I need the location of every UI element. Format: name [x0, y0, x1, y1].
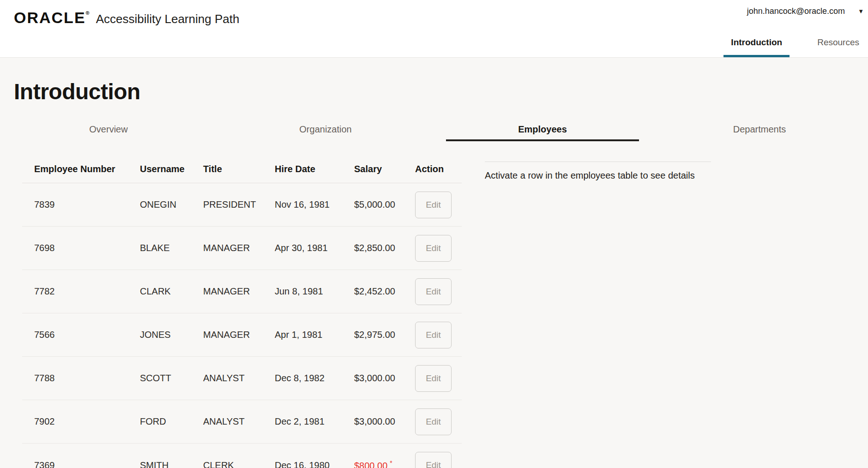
cell-action: Edit	[415, 235, 462, 262]
column-header-hire-date: Hire Date	[275, 164, 354, 174]
salary-alert-asterisk-icon: *	[390, 459, 392, 467]
tab-departments[interactable]: Departments	[663, 124, 856, 141]
user-email: john.hancock@oracle.com	[747, 6, 845, 16]
tab-overview[interactable]: Overview	[12, 124, 205, 141]
brand: ORACLE® Accessibility Learning Path	[14, 3, 239, 28]
cell-hire-date: Apr 1, 1981	[275, 330, 354, 340]
app-header: ORACLE® Accessibility Learning Path john…	[0, 0, 868, 58]
nav-item-resources[interactable]: Resources	[810, 32, 867, 57]
registered-trademark-icon: ®	[86, 10, 90, 16]
cell-employee-number: 7782	[22, 286, 140, 297]
cell-hire-date: Dec 8, 1982	[275, 373, 354, 384]
cell-employee-number: 7902	[22, 416, 140, 427]
tab-employees[interactable]: Employees	[446, 124, 639, 141]
cell-employee-number: 7839	[22, 199, 140, 210]
edit-button[interactable]: Edit	[415, 235, 452, 262]
cell-salary: $2,452.00	[354, 286, 415, 297]
cell-salary: $2,850.00	[354, 243, 415, 253]
cell-salary: $2,975.00	[354, 330, 415, 340]
cell-action: Edit	[415, 322, 462, 348]
cell-username: SMITH	[140, 460, 203, 468]
cell-hire-date: Nov 16, 1981	[275, 199, 354, 210]
edit-button[interactable]: Edit	[415, 408, 452, 435]
column-header-title: Title	[203, 164, 275, 174]
oracle-logo-text: ORACLE	[14, 9, 86, 26]
cell-salary: $3,000.00	[354, 416, 415, 427]
tab-label: Departments	[733, 124, 786, 134]
employees-table: Employee NumberUsernameTitleHire DateSal…	[22, 155, 462, 468]
column-header-salary: Salary	[354, 164, 415, 174]
employees-table-header-row: Employee NumberUsernameTitleHire DateSal…	[22, 155, 462, 183]
cell-hire-date: Jun 8, 1981	[275, 286, 354, 297]
table-row[interactable]: 7369 SMITH CLERK Dec 16, 1980 $800.00* E…	[22, 444, 462, 468]
employees-table-body: 7839 ONEGIN PRESIDENT Nov 16, 1981 $5,00…	[22, 183, 462, 468]
cell-title: MANAGER	[203, 286, 275, 297]
tab-cell: Organization	[217, 124, 434, 141]
column-header-username: Username	[140, 164, 203, 174]
cell-hire-date: Dec 16, 1980	[275, 460, 354, 468]
edit-button[interactable]: Edit	[415, 452, 452, 468]
nav-item-label: Introduction	[731, 37, 782, 47]
cell-title: CLERK	[203, 460, 275, 468]
page-title: Introduction	[14, 79, 140, 104]
cell-username: SCOTT	[140, 373, 203, 384]
nav-item-introduction[interactable]: Introduction	[723, 32, 790, 57]
table-row[interactable]: 7566 JONES MANAGER Apr 1, 1981 $2,975.00…	[22, 313, 462, 357]
cell-hire-date: Dec 2, 1981	[275, 416, 354, 427]
table-row[interactable]: 7902 FORD ANALYST Dec 2, 1981 $3,000.00 …	[22, 400, 462, 444]
cell-action: Edit	[415, 408, 462, 435]
cell-action: Edit	[415, 278, 462, 305]
tab-cell: Employees	[434, 124, 651, 141]
tab-organization[interactable]: Organization	[229, 124, 422, 141]
oracle-logo: ORACLE®	[14, 3, 90, 28]
cell-username: BLAKE	[140, 243, 203, 253]
header-nav: IntroductionResources	[723, 32, 867, 57]
tab-label: Organization	[299, 124, 351, 134]
cell-title: ANALYST	[203, 416, 275, 427]
tab-label: Overview	[89, 124, 127, 134]
cell-action: Edit	[415, 365, 462, 392]
cell-title: MANAGER	[203, 243, 275, 253]
edit-button[interactable]: Edit	[415, 192, 452, 218]
chevron-down-icon[interactable]: ▼	[858, 8, 864, 14]
table-row[interactable]: 7782 CLARK MANAGER Jun 8, 1981 $2,452.00…	[22, 270, 462, 313]
column-header-employee-number: Employee Number	[22, 164, 140, 174]
table-row[interactable]: 7839 ONEGIN PRESIDENT Nov 16, 1981 $5,00…	[22, 183, 462, 227]
cell-action: Edit	[415, 192, 462, 218]
content-tab-bar: Overview Organization Employees Departme…	[0, 124, 868, 141]
cell-title: MANAGER	[203, 330, 275, 340]
user-account-menu[interactable]: john.hancock@oracle.com ▼	[747, 6, 864, 16]
cell-employee-number: 7566	[22, 330, 140, 340]
column-header-action: Action	[415, 164, 462, 174]
cell-username: FORD	[140, 416, 203, 427]
cell-employee-number: 7369	[22, 460, 140, 468]
tab-cell: Overview	[0, 124, 217, 141]
cell-action: Edit	[415, 452, 462, 468]
cell-salary: $5,000.00	[354, 199, 415, 210]
edit-button[interactable]: Edit	[415, 278, 452, 305]
cell-salary: $3,000.00	[354, 373, 415, 384]
table-row[interactable]: 7698 BLAKE MANAGER Apr 30, 1981 $2,850.0…	[22, 227, 462, 270]
page: ORACLE® Accessibility Learning Path john…	[0, 0, 868, 468]
app-title: Accessibility Learning Path	[96, 12, 240, 26]
table-row[interactable]: 7788 SCOTT ANALYST Dec 8, 1982 $3,000.00…	[22, 357, 462, 400]
cell-salary: $800.00*	[354, 459, 415, 468]
cell-employee-number: 7698	[22, 243, 140, 253]
cell-username: CLARK	[140, 286, 203, 297]
tab-cell: Departments	[651, 124, 868, 141]
detail-panel-message: Activate a row in the employees table to…	[485, 170, 711, 181]
cell-title: PRESIDENT	[203, 199, 275, 210]
cell-username: ONEGIN	[140, 199, 203, 210]
edit-button[interactable]: Edit	[415, 322, 452, 348]
employee-detail-panel: Activate a row in the employees table to…	[485, 162, 711, 181]
nav-item-label: Resources	[817, 37, 859, 47]
edit-button[interactable]: Edit	[415, 365, 452, 392]
cell-employee-number: 7788	[22, 373, 140, 384]
tab-label: Employees	[518, 124, 567, 134]
cell-title: ANALYST	[203, 373, 275, 384]
cell-hire-date: Apr 30, 1981	[275, 243, 354, 253]
cell-username: JONES	[140, 330, 203, 340]
